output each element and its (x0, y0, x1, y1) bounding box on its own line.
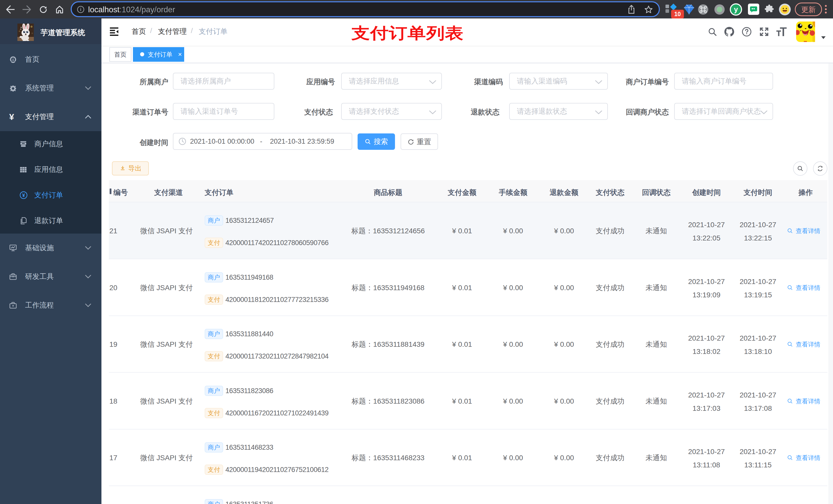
svg-text:¥: ¥ (22, 193, 25, 198)
svg-text:y: y (734, 5, 738, 13)
